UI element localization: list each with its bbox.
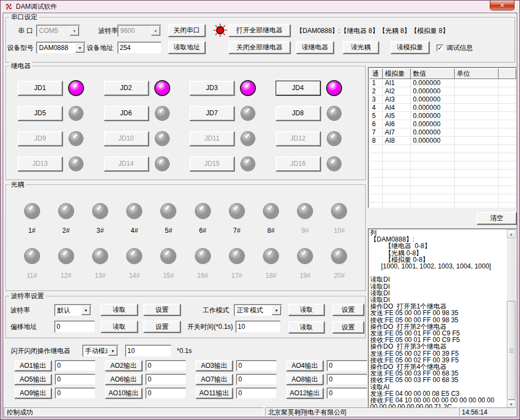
ao-output-button-5[interactable]: AO5输出	[14, 374, 52, 385]
relay-button-jd2[interactable]: JD2	[104, 81, 149, 96]
relay-button-jd1[interactable]: JD1	[18, 81, 63, 96]
read-addr-button[interactable]: 读取地址	[168, 41, 205, 54]
relay-button-jd5[interactable]: JD5	[18, 106, 63, 121]
opto-led-18	[264, 249, 278, 264]
ao-output-cell: AO7输出	[195, 374, 286, 388]
ao-output-button-11[interactable]: AO11输出	[195, 388, 233, 399]
baud-read-button[interactable]: 读取	[100, 304, 138, 316]
ao-output-cell: AO5输出	[14, 374, 105, 388]
opto-label-10: 10#	[334, 227, 345, 234]
check-icon: ✓	[437, 44, 444, 52]
analog-cell: 0.000000	[411, 112, 455, 120]
relay-button-jd4[interactable]: JD4	[276, 81, 321, 96]
switch-time-read-button[interactable]: 读取	[288, 321, 325, 333]
analog-cell: 0.000000	[411, 104, 455, 112]
opto-label-8: 8#	[267, 227, 275, 234]
table-row: 7AI70.000000	[370, 128, 516, 137]
opto-cell: 4#	[118, 204, 152, 234]
analog-cell: 0.000000	[411, 96, 455, 104]
baud-set-button[interactable]: 设置	[143, 304, 181, 316]
relay-button-jd8[interactable]: JD8	[276, 106, 321, 121]
relay-button-jd6[interactable]: JD6	[104, 106, 149, 121]
ao-output-input-11[interactable]	[236, 388, 277, 399]
opto-row-1: 1#2#3#4#5#6#7#8#9#10#	[15, 204, 356, 234]
ao-output-button-7[interactable]: AO7输出	[195, 374, 233, 385]
work-mode-set-button[interactable]: 设置	[332, 304, 364, 316]
device-addr-input[interactable]	[118, 42, 161, 54]
analog-cell: AI5	[383, 112, 411, 120]
analog-cell	[383, 170, 411, 178]
relay-cell: JD7	[186, 100, 272, 126]
ao-output-button-10[interactable]: AO10输出	[105, 388, 142, 399]
ao-output-button-4[interactable]: AO4输出	[286, 360, 323, 371]
opto-cell: 14#	[118, 249, 152, 279]
offset-read-button[interactable]: 读取	[100, 321, 138, 333]
ao-output-input-8[interactable]	[327, 374, 367, 385]
model-select[interactable]: DAM0888 ▼	[36, 42, 86, 54]
read-analog-button[interactable]: 读模拟量	[390, 41, 429, 54]
analog-cell	[455, 112, 499, 120]
relay-led-jd6	[155, 107, 169, 120]
flash-mode-select[interactable]: 手动模式 ▼	[82, 345, 119, 357]
log-scrollbar[interactable]: ▲ ▼	[507, 229, 516, 408]
debug-info-checkbox[interactable]: ✓ 调试信息	[437, 42, 473, 54]
ao-output-input-7[interactable]	[236, 374, 277, 385]
relay-cell: JD15	[186, 151, 272, 176]
open-all-relays-button[interactable]: 打开全部继电器	[228, 24, 290, 37]
clear-log-button[interactable]: 清空	[477, 212, 517, 225]
offset-addr-input[interactable]	[54, 321, 95, 333]
ao-output-button-2[interactable]: AO2输出	[105, 360, 142, 371]
ao-output-input-2[interactable]	[146, 360, 186, 371]
ao-output-button-12[interactable]: AO12输出	[286, 388, 323, 399]
ao-output-input-5[interactable]	[55, 374, 96, 385]
analog-cell: 4	[370, 104, 383, 112]
close-port-button[interactable]: 关闭串口	[168, 24, 205, 37]
opto-led-14	[127, 249, 142, 264]
analog-cell	[411, 178, 455, 186]
opto-cell: 6#	[186, 204, 220, 234]
ao-output-button-6[interactable]: AO6输出	[105, 374, 142, 385]
table-row: 1AI10.000000	[370, 79, 516, 87]
ao-output-input-10[interactable]	[146, 388, 186, 399]
close-button[interactable]: ✕	[490, 1, 515, 10]
scrollbar-thumb[interactable]	[507, 301, 516, 399]
opto-label-4: 4#	[131, 227, 138, 234]
relay-button-jd3[interactable]: JD3	[189, 81, 234, 96]
ao-output-input-1[interactable]	[55, 360, 96, 371]
relay-cell: JD8	[272, 100, 358, 126]
table-row: 3AI30.000000	[370, 96, 516, 104]
ao-output-cell: AO4输出	[286, 360, 377, 374]
ao-output-input-4[interactable]	[327, 360, 367, 371]
ao-output-button-9[interactable]: AO9输出	[14, 388, 52, 399]
opto-led-15	[161, 249, 176, 264]
ao-output-cell: AO3输出	[195, 360, 286, 374]
offset-set-button[interactable]: 设置	[143, 321, 181, 333]
ao-output-button-8[interactable]: AO8输出	[286, 374, 323, 385]
relay-group: 继电器 JD1JD2JD3JD4JD5JD6JD7JD8JD9JD10JD11J…	[5, 66, 366, 180]
ao-output-input-6[interactable]	[146, 374, 186, 385]
ao-output-input-9[interactable]	[55, 388, 96, 399]
analog-cell	[455, 153, 499, 161]
read-opto-button[interactable]: 读光耦	[343, 41, 379, 54]
ao-output-button-1[interactable]: AO1输出	[14, 360, 52, 371]
port-select: COM5 ▼	[36, 25, 80, 37]
ao-output-input-12[interactable]	[327, 388, 367, 399]
table-row: 6AI60.000000	[370, 120, 516, 128]
close-all-relays-button[interactable]: 关闭全部继电器	[228, 41, 290, 54]
baud-cfg-select[interactable]: 默认 ▼	[54, 304, 92, 316]
opto-led-8	[264, 204, 278, 219]
read-relay-button[interactable]: 读继电器	[296, 41, 334, 54]
switch-time-set-button[interactable]: 设置	[332, 321, 364, 333]
scroll-up-icon: ▲	[510, 232, 513, 236]
work-mode-read-button[interactable]: 读取	[288, 304, 325, 316]
analog-cell: AI3	[383, 96, 411, 104]
scroll-up-button[interactable]: ▲	[507, 229, 516, 238]
relay-button-jd7[interactable]: JD7	[189, 106, 234, 121]
switch-time-input[interactable]	[236, 321, 281, 333]
opto-led-16	[195, 249, 210, 264]
ao-output-input-3[interactable]	[236, 360, 277, 371]
analog-cell	[383, 145, 411, 153]
flash-time-input[interactable]	[125, 345, 171, 357]
ao-output-button-3[interactable]: AO3输出	[195, 360, 233, 371]
work-mode-select[interactable]: 正常模式 ▼	[234, 304, 282, 316]
